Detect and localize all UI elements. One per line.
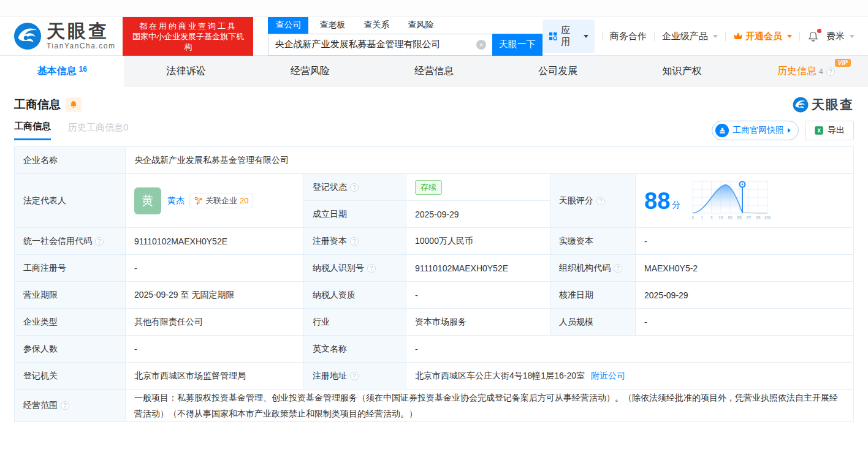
- help-icon[interactable]: ?: [350, 183, 359, 192]
- establish-date-value: 2025-09-29: [406, 201, 550, 228]
- help-icon[interactable]: ?: [95, 237, 104, 246]
- table-row: 登记机关 北京市西城区市场监督管理局 注册地址? 北京市西城区车公庄大街4号18…: [15, 363, 854, 390]
- legal-rep-label: 法定代表人: [15, 174, 126, 228]
- business-term-label: 营业期限: [15, 282, 126, 309]
- excel-icon: [814, 126, 824, 135]
- org-code-value: MAEXH0Y5-2: [636, 255, 854, 282]
- search-submit-button[interactable]: 天眼一下: [492, 34, 542, 56]
- table-row: 统一社会信用代码? 91110102MAEXH0Y52E 注册资本? 10000…: [15, 228, 854, 255]
- company-name-value: 央企战新产业发展私募基金管理有限公司: [126, 147, 854, 174]
- tab-count: 16: [78, 65, 86, 74]
- export-label: 导出: [828, 125, 845, 136]
- open-vip-button[interactable]: 开通会员: [733, 31, 792, 42]
- tianyancha-logo[interactable]: 天眼查 TianYanCha.com: [13, 22, 115, 50]
- insured-count-value: -: [126, 336, 304, 363]
- insured-count-label: 参保人数: [15, 336, 126, 363]
- help-icon[interactable]: ?: [596, 197, 605, 205]
- help-icon[interactable]: ?: [367, 264, 376, 273]
- tab-intellectual-property[interactable]: 知识产权: [620, 56, 744, 87]
- main-content: 工商信息 天眼查 工商信息 历史工商信息0: [0, 96, 868, 422]
- company-nav-tabs: 基本信息 16 法律诉讼 经营风险 经营信息 公司发展 知识产权 历史信息 4 …: [0, 55, 868, 87]
- chevron-down-icon: [584, 35, 588, 38]
- tianyancha-logo-icon: [793, 97, 809, 113]
- help-icon[interactable]: ?: [826, 67, 835, 76]
- tick-label: 50: [728, 216, 733, 220]
- tab-label: 知识产权: [663, 65, 702, 78]
- stamp-icon: [715, 124, 729, 137]
- reg-authority-label: 登记机关: [15, 363, 126, 390]
- tab-basic-info[interactable]: 基本信息 16: [0, 56, 124, 87]
- subtab-business-info[interactable]: 工商信息: [14, 121, 51, 140]
- username: 费米: [826, 31, 845, 41]
- score-label: 天眼评分: [559, 195, 593, 206]
- enterprise-label: 企业级产品: [662, 31, 708, 41]
- related-companies-badge[interactable]: 关联企业 20: [189, 194, 253, 208]
- tick-label: 97: [747, 216, 752, 220]
- section-title: 工商信息: [14, 97, 61, 113]
- notification-bell[interactable]: [807, 31, 819, 42]
- monitor-bell-button[interactable]: [66, 97, 82, 112]
- clear-icon[interactable]: ×: [476, 40, 486, 50]
- taxpayer-id-value: 91110102MAEXH0Y52E: [406, 255, 550, 282]
- establish-date-label: 成立日期: [304, 201, 406, 228]
- tab-operation-risk[interactable]: 经营风险: [248, 56, 372, 87]
- help-icon[interactable]: ?: [350, 372, 359, 380]
- chevron-down-icon: [850, 35, 855, 38]
- menu-enterprise[interactable]: 企业级产品: [662, 31, 718, 42]
- divider: [654, 32, 655, 41]
- divider: [799, 32, 800, 41]
- apps-menu[interactable]: 应用: [542, 20, 595, 53]
- user-menu[interactable]: 费米: [826, 31, 855, 42]
- legal-rep-avatar[interactable]: 黄: [134, 187, 161, 214]
- search-tab-relation[interactable]: 查关系: [356, 17, 397, 34]
- tab-company-development[interactable]: 公司发展: [496, 56, 620, 87]
- nearby-companies-link[interactable]: 附近公司: [591, 371, 625, 382]
- business-scope-value: 一般项目：私募股权投资基金管理、创业投资基金管理服务（须在中国证券投资基金业协会…: [126, 390, 854, 422]
- reg-status-label: 登记状态: [313, 182, 347, 193]
- apps-grid-icon: [549, 31, 557, 41]
- chevron-down-icon: [713, 35, 718, 38]
- snapshot-label: 工商官网快照: [733, 125, 784, 136]
- table-row: 企业名称 央企战新产业发展私募基金管理有限公司: [15, 147, 854, 174]
- table-row: 法定代表人 黄 黄杰 关联企业 20: [15, 174, 854, 201]
- export-button[interactable]: 导出: [805, 121, 854, 140]
- tab-label: 经营信息: [414, 65, 454, 78]
- apps-label: 应用: [561, 25, 577, 48]
- help-icon[interactable]: ?: [350, 237, 359, 246]
- menu-cooperation[interactable]: 商务合作: [610, 31, 647, 42]
- promo-line1: 都在用的商业查询工具: [129, 21, 247, 31]
- search-tabs: 查公司 查老板 查关系 查风险: [268, 17, 542, 34]
- search-tab-boss[interactable]: 查老板: [312, 17, 352, 34]
- tab-label: 历史信息: [777, 65, 817, 78]
- official-snapshot-button[interactable]: 工商官网快照: [712, 121, 799, 140]
- notification-dot: [817, 29, 821, 33]
- search-tab-company[interactable]: 查公司: [268, 17, 308, 34]
- score-unit: 分: [672, 200, 680, 211]
- tab-history-info[interactable]: 历史信息 4 ? VIP: [744, 56, 868, 87]
- tab-count: 4: [819, 67, 823, 76]
- search-tab-risk[interactable]: 查风险: [400, 17, 441, 34]
- subtab-history-business-info[interactable]: 历史工商信息0: [68, 122, 128, 140]
- tick-label: 3: [710, 216, 713, 220]
- help-icon[interactable]: ?: [61, 401, 69, 410]
- legal-rep-name-link[interactable]: 黄杰: [167, 195, 185, 206]
- search-area: 查公司 查老板 查关系 查风险 × 天眼一下: [268, 17, 542, 56]
- tianyan-score: 88 分: [644, 179, 845, 223]
- tab-label: 基本信息: [37, 65, 76, 78]
- reg-address-value: 北京市西城区车公庄大街4号18幢1层16-20室: [415, 371, 585, 382]
- staff-size-value: -: [636, 309, 854, 336]
- watermark-text: 天眼查: [812, 96, 854, 113]
- tick-label: 1: [701, 216, 704, 220]
- related-count: 20: [240, 196, 248, 205]
- vip-badge: VIP: [835, 59, 851, 67]
- tick-label: 85: [737, 216, 742, 220]
- search-input[interactable]: [268, 39, 476, 50]
- tab-legal-proceedings[interactable]: 法律诉讼: [124, 56, 248, 87]
- score-distribution-chart: 0 1 3 15 50 85 97 99 100: [689, 179, 771, 223]
- tab-label: 公司发展: [538, 65, 577, 78]
- network-icon: [194, 197, 203, 205]
- tab-operation-info[interactable]: 经营信息: [372, 56, 496, 87]
- credit-code-label: 统一社会信用代码: [23, 236, 92, 247]
- help-icon[interactable]: ?: [614, 264, 622, 273]
- table-row: 营业期限 2025-09-29 至 无固定期限 纳税人资质 - 核准日期 202…: [15, 282, 854, 309]
